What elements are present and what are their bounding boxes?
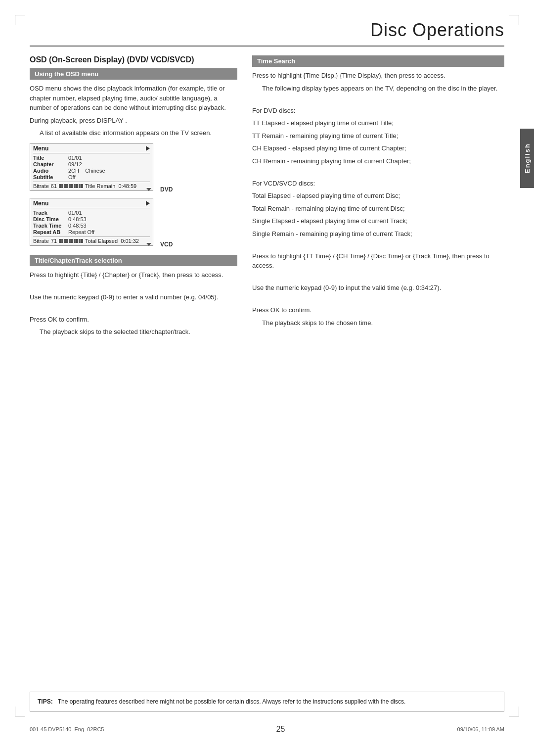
using-osd-header: Using the OSD menu	[30, 68, 237, 80]
dvd-bitrate-row: Bitrate 61 Title Remain 0:48:59	[33, 182, 150, 189]
vcd-label: VCD	[160, 241, 173, 248]
dvd-item-2: TT Remain - remaining playing time of cu…	[252, 131, 504, 141]
footer-right: 09/10/06, 11:09 AM	[457, 726, 504, 732]
vcd-row-tracktime: Track Time0:48:53	[33, 223, 150, 229]
vcd-scroll-indicator	[146, 243, 151, 246]
time-search-section: Time Search Press to highlight {Time Dis…	[252, 55, 504, 328]
dvd-row-subtitle: SubtitleOff	[33, 174, 150, 180]
dvd-item-3: CH Elapsed - elapsed playing time of cur…	[252, 143, 504, 153]
vcd-bitrate-bar	[59, 239, 83, 243]
osd-para1: OSD menu shows the disc playback informa…	[30, 84, 237, 138]
vcd-row-disctime: Disc Time0:48:53	[33, 216, 150, 222]
vcd-menu-label: Menu	[33, 200, 48, 207]
footer-left: 001-45 DVP5140_Eng_02RC5	[30, 726, 104, 732]
vcd-item-3: Single Elapsed - elapsed playing time of…	[252, 216, 504, 226]
left-column: OSD (On-Screen Display) (DVD/ VCD/SVCD) …	[30, 55, 237, 344]
vcd-item-4: Single Remain - remaining playing time o…	[252, 229, 504, 239]
title-chapter-content: Press to highlight {Title} / {Chapter} o…	[30, 270, 237, 337]
vcd-menu-wrapper: Menu Track01/01 Disc Time0:48:53 Track T…	[30, 198, 237, 248]
dvd-menu-wrapper: Menu Title01/01 Chapter09/12 Audio2CH Ch…	[30, 143, 237, 193]
title-chapter-header: Title/Chapter/Track selection	[30, 255, 237, 266]
tips-label: TIPS:	[38, 697, 53, 706]
dvd-label: DVD	[160, 186, 173, 193]
right-column: Time Search Press to highlight {Time Dis…	[252, 55, 504, 344]
vcd-item-1: Total Elapsed - elapsed playing time of …	[252, 191, 504, 201]
vcd-row-track: Track01/01	[33, 210, 150, 216]
osd-title: OSD (On-Screen Display) (DVD/ VCD/SVCD)	[30, 55, 237, 64]
vcd-menu-box: Menu Track01/01 Disc Time0:48:53 Track T…	[30, 198, 153, 248]
page-footer: 001-45 DVP5140_Eng_02RC5 25 09/10/06, 11…	[30, 725, 504, 734]
dvd-scroll-indicator	[146, 188, 151, 191]
title-chapter-section: Title/Chapter/Track selection Press to h…	[30, 255, 237, 337]
dvd-bitrate-bar	[59, 184, 83, 188]
page-number: 25	[276, 725, 285, 734]
vcd-row-repeat: Repeat ABRepeat Off	[33, 229, 150, 235]
dvd-row-chapter: Chapter09/12	[33, 161, 150, 167]
time-search-content: Press to highlight {Time Disp.} {Time Di…	[252, 71, 504, 328]
time-search-header: Time Search	[252, 55, 504, 67]
dvd-play-icon	[146, 146, 150, 151]
dvd-menu-box: Menu Title01/01 Chapter09/12 Audio2CH Ch…	[30, 143, 153, 193]
page-title: Disc Operations	[30, 20, 504, 47]
content-area: OSD (On-Screen Display) (DVD/ VCD/SVCD) …	[30, 55, 504, 344]
dvd-menu-label: Menu	[33, 145, 48, 152]
vcd-item-2: Total Remain - remaining playing time of…	[252, 204, 504, 214]
tips-box: TIPS: The operating features described h…	[30, 692, 504, 711]
vcd-play-icon	[146, 201, 150, 206]
dvd-item-1: TT Elapsed - elapsed playing time of cur…	[252, 118, 504, 128]
dvd-item-4: CH Remain - remaining playing time of cu…	[252, 156, 504, 166]
tips-text: The operating features described here mi…	[58, 697, 406, 706]
osd-section: OSD (On-Screen Display) (DVD/ VCD/SVCD) …	[30, 55, 237, 248]
dvd-row-audio: Audio2CH Chinese	[33, 168, 150, 174]
dvd-row-title: Title01/01	[33, 155, 150, 161]
vcd-bitrate-row: Bitrate 71 Total Elapsed 0:01:32	[33, 236, 150, 244]
